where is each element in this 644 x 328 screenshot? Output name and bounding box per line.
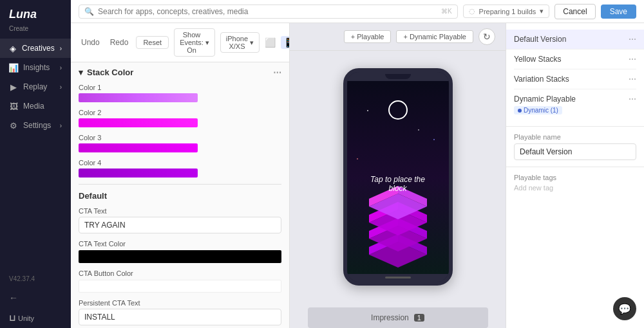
- playable-tags-section: Playable tags Add new tag: [506, 167, 644, 198]
- chevron-right-icon: ›: [60, 45, 62, 52]
- section-title: Stack Color: [87, 68, 133, 77]
- sidebar-item-settings[interactable]: ⚙ Settings ›: [0, 116, 71, 135]
- phone-notch: [347, 72, 449, 81]
- replay-icon: ▶: [9, 82, 18, 91]
- persistent-cta-field: Persistent CTA Text: [79, 299, 281, 325]
- color-4-label: Color 4: [79, 159, 281, 167]
- color-row-4: Color 4: [79, 159, 281, 178]
- version-more-icon[interactable]: ⋯: [629, 55, 636, 64]
- impression-label: Impression: [371, 313, 409, 322]
- version-more-icon[interactable]: ⋯: [629, 75, 636, 84]
- chevron-down-icon: ▾: [205, 39, 209, 47]
- color-3-bar[interactable]: [79, 143, 198, 152]
- sidebar-item-media[interactable]: 🖼 Media: [0, 96, 71, 116]
- sidebar-item-label: Settings: [23, 121, 51, 130]
- editor-toolbar: Undo Redo Reset Show Events: On ▾ iPhone…: [71, 23, 289, 62]
- cta-text-color-label: CTA Text Color: [79, 240, 281, 248]
- preview-extra-toolbar: + Playable + Dynamic Playable ↻: [290, 23, 506, 51]
- phone-home-bar: [385, 277, 411, 278]
- add-playable-button[interactable]: + Playable: [344, 30, 392, 43]
- chevron-right-icon: ›: [60, 64, 62, 71]
- phone-view-icon[interactable]: 📱: [281, 36, 290, 49]
- cancel-button[interactable]: Cancel: [554, 4, 595, 19]
- refresh-button[interactable]: ↻: [478, 28, 495, 45]
- yellow-stacks-item[interactable]: Yellow Stacks ⋯: [514, 50, 636, 69]
- unity-logo: ⊔ Unity: [0, 308, 71, 328]
- media-icon: 🖼: [9, 102, 18, 111]
- device-selector[interactable]: iPhone X/XS ▾: [220, 32, 260, 53]
- cta-text-color-field: CTA Text Color: [79, 240, 281, 263]
- add-new-tag-input[interactable]: Add new tag: [514, 184, 636, 192]
- spinner-icon: ◌: [469, 7, 475, 15]
- collapse-icon[interactable]: ▾: [79, 68, 83, 77]
- chat-bubble[interactable]: 💬: [613, 297, 636, 320]
- variation-stacks-item[interactable]: Variation Stacks ⋯: [514, 69, 636, 89]
- sidebar-item-label: Insights: [23, 63, 50, 72]
- chevron-down-icon: ▾: [250, 39, 254, 47]
- phone-text: Tap to place the block: [370, 175, 425, 193]
- persistent-cta-input[interactable]: [79, 309, 281, 325]
- show-events-button[interactable]: Show Events: On ▾: [174, 28, 215, 57]
- cta-button-color-field: CTA Button Color: [79, 269, 281, 293]
- chevron-right-icon: ›: [60, 84, 62, 91]
- color-2-bar[interactable]: [79, 118, 198, 127]
- default-section: Default CTA Text CTA Text Color CTA Butt…: [79, 191, 281, 328]
- phone-home: [347, 274, 449, 282]
- default-version-item[interactable]: Default Version ⋯: [506, 30, 644, 50]
- back-button[interactable]: ←: [0, 287, 71, 308]
- tablet-view-icon[interactable]: ⬜: [265, 37, 276, 48]
- phone-circle: [388, 100, 408, 120]
- version-more-icon[interactable]: ⋯: [629, 35, 636, 44]
- search-input[interactable]: [98, 7, 437, 16]
- creatives-icon: ◈: [9, 44, 17, 53]
- cta-button-color-label: CTA Button Color: [79, 269, 281, 277]
- sidebar: Luna Create ◈ Creatives › 📊 Insights › ▶…: [0, 0, 71, 328]
- sidebar-item-replay[interactable]: ▶ Replay ›: [0, 77, 71, 96]
- stack-svg: [353, 145, 443, 274]
- panel-content: ▾ Stack Color ⋯ Color 1 Color 2 Color 3: [71, 62, 289, 328]
- sidebar-item-creatives[interactable]: ◈ Creatives ›: [0, 39, 71, 58]
- playable-name-section: Playable name: [506, 127, 644, 167]
- persistent-cta-label: Persistent CTA Text: [79, 299, 281, 307]
- undo-button[interactable]: Undo: [79, 37, 102, 48]
- dynamic-tag: Dynamic (1): [514, 106, 562, 114]
- default-title: Default: [79, 191, 281, 201]
- left-panel: Undo Redo Reset Show Events: On ▾ iPhone…: [71, 23, 290, 328]
- redo-button[interactable]: Redo: [108, 37, 131, 48]
- playable-name-label: Playable name: [514, 133, 636, 141]
- cta-text-color-bar[interactable]: [79, 250, 281, 263]
- section-more-icon[interactable]: ⋯: [273, 68, 281, 77]
- topbar: 🔍 ⌘K ◌ Preparing 1 builds ▾ Cancel Save: [71, 0, 644, 23]
- right-panel: Default Version ⋯ Yellow Stacks ⋯ Variat…: [506, 23, 644, 328]
- color-1-label: Color 1: [79, 84, 281, 91]
- color-1-bar[interactable]: [79, 93, 198, 102]
- playable-tags-label: Playable tags: [514, 174, 636, 181]
- search-box[interactable]: 🔍 ⌘K: [79, 5, 458, 19]
- playable-name-input[interactable]: [514, 143, 636, 160]
- chevron-down-icon: ▾: [540, 7, 544, 15]
- sidebar-item-insights[interactable]: 📊 Insights ›: [0, 58, 71, 77]
- color-2-label: Color 2: [79, 109, 281, 116]
- color-3-label: Color 3: [79, 134, 281, 141]
- cta-button-color-bar[interactable]: [79, 280, 281, 293]
- logo-text: Luna: [9, 8, 62, 21]
- sidebar-bottom: V42.37.4 ← ⊔ Unity: [0, 270, 71, 328]
- section-divider: [79, 184, 281, 185]
- save-button[interactable]: Save: [601, 5, 636, 19]
- dynamic-more-icon[interactable]: ⋯: [629, 95, 636, 104]
- reset-button[interactable]: Reset: [136, 36, 169, 49]
- phone-frame: Tap to place the block: [343, 68, 453, 286]
- dynamic-playable-item[interactable]: Dynamic Playable ⋯ Dynamic (1): [514, 89, 636, 120]
- settings-icon: ⚙: [9, 121, 18, 130]
- unity-u-icon: ⊔: [9, 313, 15, 323]
- impression-bar: Impression 1: [308, 307, 488, 328]
- sidebar-create-label: Create: [0, 25, 71, 39]
- version-label: V42.37.4: [0, 270, 71, 287]
- color-row-3: Color 3: [79, 134, 281, 152]
- topbar-right: ◌ Preparing 1 builds ▾ Cancel Save: [463, 4, 636, 19]
- center-preview: + Playable + Dynamic Playable ↻: [290, 23, 506, 328]
- add-dynamic-playable-button[interactable]: + Dynamic Playable: [396, 30, 473, 43]
- cta-text-input[interactable]: [79, 217, 281, 233]
- color-4-bar[interactable]: [79, 169, 198, 178]
- dynamic-dot: [518, 109, 522, 113]
